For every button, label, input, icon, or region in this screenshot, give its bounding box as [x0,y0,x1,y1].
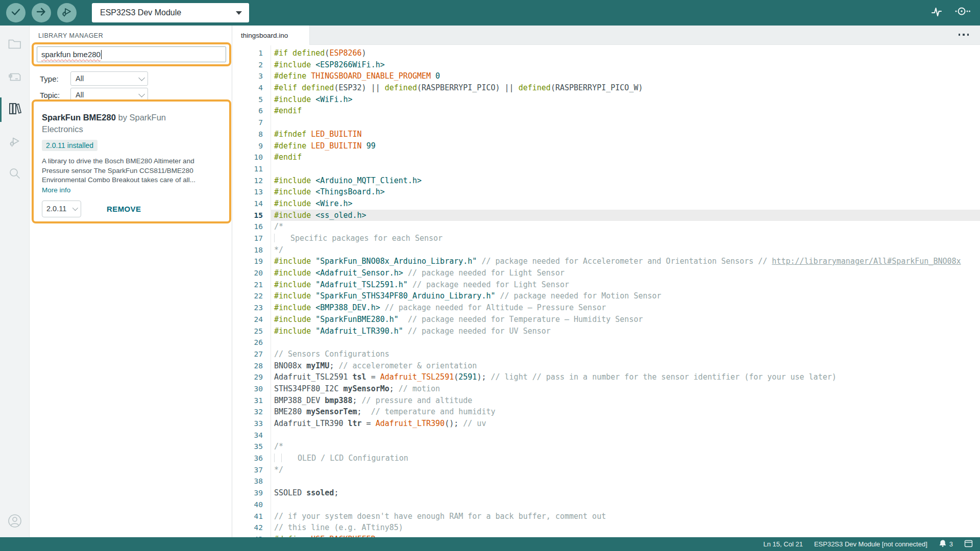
sidebar-item-account[interactable] [0,511,30,533]
code-line[interactable]: 39SSOLED ssoled; [232,487,980,499]
search-annotation-box: sparkfun bme280 [32,42,231,66]
code-line[interactable]: 27// Sensors Configurations [232,348,980,360]
line-number: 7 [232,117,263,129]
debug-button[interactable] [57,3,77,22]
code-line[interactable]: 3#define THINGSBOARD_ENABLE_PROGMEM 0 [232,70,980,82]
line-number: 22 [232,290,263,302]
code-line[interactable]: 31BMP388_DEV bmp388; // pressure and alt… [232,395,980,407]
code-line[interactable]: 13#include <ThingsBoard.h> [232,186,980,198]
line-number: 6 [232,105,263,117]
code-line[interactable]: 37*/ [232,464,980,476]
code-line[interactable]: 9#define LED_BUILTIN 99 [232,140,980,152]
notifications[interactable]: 3 [939,539,953,549]
sidebar-item-debug[interactable] [0,130,30,155]
library-search-input[interactable]: sparkfun bme280 [37,46,226,62]
board-selector-dropdown[interactable]: ESP32S3 Dev Module [92,3,249,22]
sidebar-item-search[interactable] [0,162,30,187]
line-number: 33 [232,418,263,430]
code-line[interactable]: 30STHS34PF80_I2C mySensorMo; // motion [232,383,980,395]
library-description: A library to drive the Bosch BME280 Alti… [42,157,222,185]
code-line[interactable]: 10#endif [232,152,980,163]
code-editor[interactable]: 1#if defined(ESP8266)2#include <ESP8266W… [232,45,980,537]
line-number: 15 [232,210,263,221]
code-line[interactable]: 43#define USE_BACKBUFFER [232,534,980,537]
code-line[interactable]: 42// this line (e.g. ATtiny85) [232,522,980,534]
code-line[interactable]: 32BME280 mySensorTem; // temperature and… [232,406,980,418]
code-line[interactable]: 28BNO08x myIMU; // accelerometer & orien… [232,360,980,372]
cursor-position[interactable]: Ln 15, Col 21 [764,540,803,548]
verify-button[interactable] [6,3,26,22]
sidebar-item-library-manager[interactable] [0,97,30,122]
library-name: SparkFun BME280 [42,113,116,122]
line-number: 16 [232,221,263,233]
code-line[interactable]: 1#if defined(ESP8266) [232,47,980,59]
code-line[interactable]: 34 [232,430,980,441]
library-card-title: SparkFun BME280 by SparkFun Electronics [42,112,200,135]
code-line[interactable]: 21#include "Adafruit_TSL2591.h" // packa… [232,279,980,291]
code-line[interactable]: 29Adafruit_TSL2591 tsl = Adafruit_TSL259… [232,371,980,383]
code-line[interactable]: 23#include <BMP388_DEV.h> // package nee… [232,302,980,314]
upload-button[interactable] [32,3,51,22]
code-line[interactable]: 40 [232,499,980,511]
code-line[interactable]: 11 [232,163,980,175]
code-line[interactable]: 19#include "SparkFun_BNO08x_Arduino_Libr… [232,256,980,267]
line-number: 36 [232,453,263,464]
code-line[interactable]: 38 [232,475,980,487]
line-number: 18 [232,244,263,256]
more-info-link[interactable]: More info [42,186,221,194]
line-number: 19 [232,256,263,267]
code-lines: 1#if defined(ESP8266)2#include <ESP8266W… [232,47,980,537]
line-number: 9 [232,140,263,152]
upload-arrow-icon [36,6,47,19]
code-line[interactable]: 41// if your system doesn't have enough … [232,511,980,522]
code-line[interactable]: 18*/ [232,244,980,256]
line-number: 29 [232,371,263,383]
code-line[interactable]: 36 OLED / LCD Configuration [232,453,980,464]
top-toolbar: ESP32S3 Dev Module [0,0,980,26]
code-line[interactable]: 22#include "SparkFun_STHS34PF80_Arduino_… [232,290,980,302]
line-number: 41 [232,511,263,522]
code-line[interactable]: 6#endif [232,105,980,117]
code-line[interactable]: 33Adafruit_LTR390 ltr = Adafruit_LTR390(… [232,418,980,430]
code-line[interactable]: 20#include <Adafruit_Sensor.h> // packag… [232,267,980,279]
line-number: 27 [232,348,263,360]
line-number: 14 [232,198,263,210]
editor-tabbar: thingsboard.ino [232,26,980,45]
version-select[interactable]: 2.0.11 [42,201,81,217]
line-number: 4 [232,82,263,94]
line-number: 5 [232,94,263,106]
code-line[interactable]: 2#include <ESP8266WiFi.h> [232,59,980,71]
sidebar-item-boards-manager[interactable] [0,66,30,90]
code-line[interactable]: 35/* [232,441,980,453]
code-line[interactable]: 25#include "Adafruit_LTR390.h" // packag… [232,325,980,337]
line-number: 31 [232,395,263,407]
code-line[interactable]: 15#include <ss_oled.h> [232,210,980,221]
code-line[interactable]: 14#include <Wire.h> [232,198,980,210]
serial-plotter-icon[interactable] [929,4,944,21]
boards-manager-icon [8,71,22,85]
code-line[interactable]: 5#include <WiFi.h> [232,94,980,106]
code-line[interactable]: 8#ifndef LED_BUILTIN [232,129,980,140]
toggle-panel-icon[interactable] [964,540,973,549]
code-line[interactable]: 12#include <Arduino_MQTT_Client.h> [232,175,980,187]
library-manager-panel: LIBRARY MANAGER sparkfun bme280 Type: Al… [30,26,232,537]
line-number: 13 [232,186,263,198]
type-select[interactable]: All [70,71,148,86]
code-line[interactable]: 17 Specific packages for each Sensor [232,233,980,244]
line-number: 23 [232,302,263,314]
sidebar-item-sketchbook[interactable] [0,33,30,57]
line-number: 26 [232,337,263,348]
panel-title: LIBRARY MANAGER [38,32,103,39]
more-actions-icon[interactable] [959,34,969,36]
code-line[interactable]: 24#include "SparkFunBME280.h" // package… [232,314,980,325]
code-line[interactable]: 16/* [232,221,980,233]
code-line[interactable]: 26 [232,337,980,348]
serial-monitor-icon[interactable] [953,4,971,21]
code-line[interactable]: 7 [232,117,980,129]
tab-thingsboard-ino[interactable]: thingsboard.ino [232,26,310,45]
search-icon [8,167,21,182]
remove-button[interactable]: REMOVE [107,205,141,213]
code-line[interactable]: 4#elif defined(ESP32) || defined(RASPBER… [232,82,980,94]
board-connection-status[interactable]: ESP32S3 Dev Module [not connected] [814,540,927,548]
line-number: 17 [232,233,263,244]
